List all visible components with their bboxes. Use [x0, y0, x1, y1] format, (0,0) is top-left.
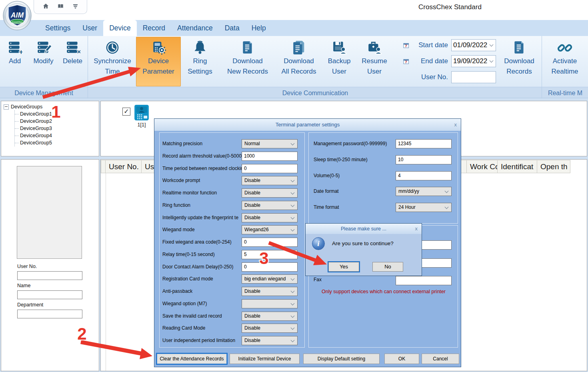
- workcode-prompt-select[interactable]: Disable: [242, 176, 298, 185]
- column-header-open-th[interactable]: Open th: [537, 160, 570, 173]
- calendar-icon: 7: [403, 58, 409, 64]
- user-independent-period-limitation-select[interactable]: Disable: [242, 336, 298, 345]
- chevron-down-icon: [291, 338, 295, 342]
- fax-input[interactable]: [396, 276, 452, 285]
- close-icon[interactable]: x: [454, 119, 457, 131]
- sidebar-item-devicegroup2[interactable]: DeviceGroup2: [15, 118, 99, 125]
- field-label-relay-time-0-15-second: Relay time(0-15 second): [162, 252, 215, 257]
- tab-data[interactable]: Data: [219, 20, 246, 36]
- ribbon-user-no-input[interactable]: [451, 71, 496, 83]
- close-icon[interactable]: x: [415, 224, 418, 234]
- list-icon[interactable]: [72, 3, 78, 11]
- button-label: Activate: [553, 56, 577, 66]
- svg-text:7: 7: [405, 44, 407, 48]
- realtime-monitor-function-select[interactable]: Disable: [242, 188, 298, 198]
- sidebar-item-devicegroup3[interactable]: DeviceGroup3: [15, 125, 99, 132]
- book-icon[interactable]: [58, 3, 64, 11]
- modify-button[interactable]: Modify: [29, 37, 58, 86]
- fixed-wiegand-area-code-0-254-input[interactable]: 0: [242, 238, 298, 247]
- registration-card-mode-select[interactable]: big endian wiegand: [242, 274, 298, 284]
- tab-help[interactable]: Help: [246, 20, 272, 36]
- select-value: Disable: [244, 287, 260, 296]
- record-alarm-threshold-value-0-5000-input[interactable]: 1000: [242, 152, 298, 161]
- ribbon-user-no-label: User No.: [403, 73, 448, 81]
- cancel-button[interactable]: Cancel: [422, 354, 459, 364]
- date-format-select[interactable]: mm/dd/yy: [396, 187, 452, 196]
- server-edit-icon: [36, 40, 51, 55]
- time-format-select[interactable]: 24 Hour: [396, 203, 452, 212]
- quick-access-toolbar: [34, 0, 87, 14]
- door-contact-alarm-delay-0-250-input[interactable]: 0: [242, 262, 298, 272]
- wiegand-option-m7-select[interactable]: [242, 299, 298, 308]
- sidebar-item-devicegroup1[interactable]: DeviceGroup1: [15, 110, 99, 118]
- server-delete-icon: ×: [65, 40, 80, 55]
- download-records-button[interactable]: DownloadRecords: [498, 37, 541, 86]
- management-password-0-999999-input[interactable]: 12345: [396, 139, 452, 148]
- select-value: Disable: [244, 214, 260, 222]
- tree-collapse-icon[interactable]: [4, 104, 9, 110]
- terminal-device-icon[interactable]: [133, 104, 150, 121]
- field-label-anti-passback: Anti-passback: [162, 288, 192, 294]
- column-header-user-no[interactable]: User No.: [106, 160, 142, 173]
- display-default-setting-button[interactable]: Display Default setting: [303, 354, 380, 364]
- device-checkbox[interactable]: ✓: [122, 108, 130, 116]
- name-field[interactable]: [17, 290, 82, 299]
- svg-text:+: +: [19, 48, 22, 55]
- chevron-down-icon: [291, 289, 295, 293]
- fax-label: Fax: [314, 277, 322, 282]
- field-label-record-alarm-threshold-value-0-5000: Record alarm threshold value(0-5000): [162, 153, 242, 159]
- end-date-input[interactable]: 19/09/2022: [451, 55, 496, 67]
- app-title: CrossChex Standard: [408, 3, 492, 11]
- home-icon[interactable]: [43, 3, 49, 11]
- no-button[interactable]: No: [372, 262, 403, 272]
- yes-button[interactable]: Yes: [328, 262, 359, 272]
- end-date-label: End date: [411, 57, 448, 65]
- server-add-icon: +: [7, 40, 22, 55]
- save-the-invalid-card-record-select[interactable]: Disable: [242, 312, 298, 321]
- confirm-message: Are you sure to continue?: [332, 240, 394, 246]
- sidebar-item-devicegroup5[interactable]: DeviceGroup5: [15, 139, 99, 146]
- field-label-realtime-monitor-function: Realtime monitor function: [162, 190, 217, 196]
- tab-device[interactable]: Device: [103, 20, 137, 36]
- tab-user[interactable]: User: [76, 20, 103, 36]
- initialize-terminal-device-button[interactable]: Initialize Terminal Device: [230, 354, 300, 364]
- ok-button[interactable]: OK: [384, 354, 419, 364]
- printer-warning-text: Only support devices which can connect e…: [310, 289, 457, 294]
- column-header-work-co[interactable]: Work Co: [467, 160, 498, 173]
- volume-0-5-input[interactable]: 4: [396, 171, 452, 180]
- field-label-time-period-between-repeated-clockin: Time period between repeated clockin: [162, 166, 242, 171]
- link-icon: [557, 40, 572, 55]
- confirm-titlebar: Please make sure ... x: [306, 224, 422, 234]
- matching-precision-select[interactable]: Normal: [242, 139, 298, 148]
- svg-text:CrossChex: CrossChex: [12, 21, 23, 23]
- reading-card-mode-select[interactable]: Disable: [242, 324, 298, 333]
- field-label-sleep-time-0-250-minute: Sleep time(0-250 minute): [314, 157, 368, 162]
- chevron-down-icon: [291, 314, 295, 318]
- add-button[interactable]: +Add: [1, 37, 29, 86]
- device-tree-panel: DeviceGroups DeviceGroup1DeviceGroup2Dev…: [1, 101, 99, 156]
- anti-passback-select[interactable]: Disable: [242, 287, 298, 296]
- delete-button[interactable]: ×Delete: [58, 37, 87, 86]
- department-field[interactable]: [17, 310, 82, 318]
- tab-record[interactable]: Record: [137, 20, 171, 36]
- ring-function-select[interactable]: Disable: [242, 201, 298, 210]
- tree-root-label[interactable]: DeviceGroups: [11, 104, 42, 110]
- intelligently-update-the-fingerprint-te-select[interactable]: Disable: [242, 213, 298, 222]
- tab-settings[interactable]: Settings: [39, 20, 76, 36]
- sleep-time-0-250-minute-input[interactable]: 10: [396, 155, 452, 164]
- sidebar-item-devicegroup4[interactable]: DeviceGroup4: [15, 132, 99, 139]
- start-date-input[interactable]: 01/09/2022: [451, 39, 496, 51]
- column-header-identificat[interactable]: Identificat: [498, 160, 537, 173]
- clear-the-attendance-records-button[interactable]: Clear the Attendance Records: [157, 354, 227, 364]
- column-header-blank[interactable]: [101, 160, 106, 173]
- time-period-between-repeated-clockin-input[interactable]: 0: [242, 164, 298, 173]
- wiegand-mode-select[interactable]: Wiegand26: [242, 225, 298, 234]
- chevron-down-icon: [291, 141, 295, 145]
- activate-realtime-button[interactable]: ActivateRealtime: [544, 37, 586, 86]
- user-no-field[interactable]: [17, 271, 82, 280]
- relay-time-0-15-second-input[interactable]: 5: [242, 250, 298, 259]
- field-label-ring-function: Ring function: [162, 202, 190, 208]
- tab-attendance[interactable]: Attendance: [171, 20, 219, 36]
- chevron-down-icon: [490, 59, 494, 63]
- date-filter: 7Start date01/09/20227End date19/09/2022…: [403, 39, 496, 84]
